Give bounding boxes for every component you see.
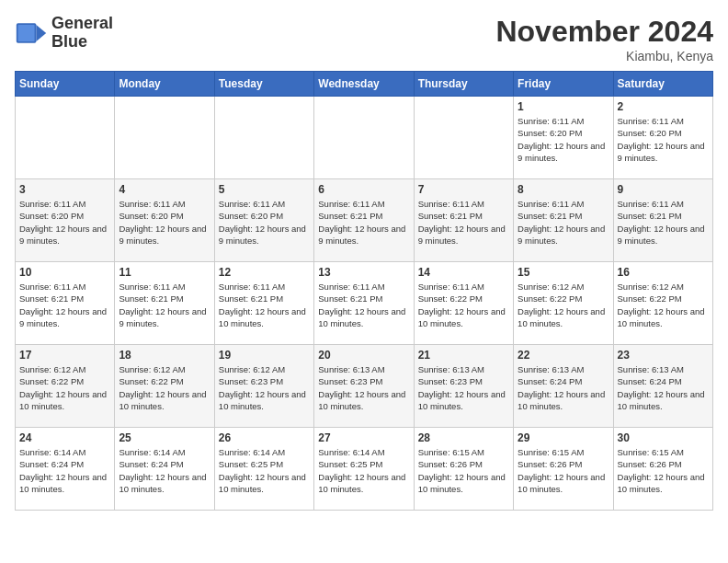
calendar-cell: 17Sunrise: 6:12 AM Sunset: 6:22 PM Dayli… (16, 345, 115, 428)
week-row-0: 1Sunrise: 6:11 AM Sunset: 6:20 PM Daylig… (16, 97, 713, 179)
logo-line1: General (51, 15, 113, 33)
calendar-cell: 24Sunrise: 6:14 AM Sunset: 6:24 PM Dayli… (16, 428, 115, 511)
day-info: Sunrise: 6:11 AM Sunset: 6:20 PM Dayligh… (518, 115, 609, 164)
calendar-cell: 23Sunrise: 6:13 AM Sunset: 6:24 PM Dayli… (613, 345, 712, 428)
calendar-cell: 28Sunrise: 6:15 AM Sunset: 6:26 PM Dayli… (414, 428, 513, 511)
day-info: Sunrise: 6:13 AM Sunset: 6:23 PM Dayligh… (418, 363, 509, 412)
week-row-3: 17Sunrise: 6:12 AM Sunset: 6:22 PM Dayli… (16, 345, 713, 428)
week-row-4: 24Sunrise: 6:14 AM Sunset: 6:24 PM Dayli… (16, 428, 713, 511)
day-number: 20 (318, 349, 409, 362)
logo-line2: Blue (51, 33, 113, 52)
calendar-cell: 9Sunrise: 6:11 AM Sunset: 6:21 PM Daylig… (613, 179, 712, 262)
day-info: Sunrise: 6:15 AM Sunset: 6:26 PM Dayligh… (618, 446, 709, 495)
calendar-cell (16, 97, 115, 179)
calendar-cell (414, 97, 513, 179)
day-number: 5 (219, 183, 310, 196)
day-info: Sunrise: 6:11 AM Sunset: 6:20 PM Dayligh… (618, 115, 709, 164)
day-info: Sunrise: 6:15 AM Sunset: 6:26 PM Dayligh… (518, 446, 609, 495)
day-number: 16 (618, 266, 709, 279)
calendar-cell: 22Sunrise: 6:13 AM Sunset: 6:24 PM Dayli… (514, 345, 613, 428)
weekday-header-thursday: Thursday (414, 72, 513, 97)
location: Kiambu, Kenya (495, 49, 713, 63)
calendar-cell: 25Sunrise: 6:14 AM Sunset: 6:24 PM Dayli… (115, 428, 214, 511)
calendar-cell: 4Sunrise: 6:11 AM Sunset: 6:20 PM Daylig… (115, 179, 214, 262)
calendar-cell: 3Sunrise: 6:11 AM Sunset: 6:20 PM Daylig… (16, 179, 115, 262)
calendar-cell: 29Sunrise: 6:15 AM Sunset: 6:26 PM Dayli… (514, 428, 613, 511)
calendar-cell: 21Sunrise: 6:13 AM Sunset: 6:23 PM Dayli… (414, 345, 513, 428)
calendar-cell: 15Sunrise: 6:12 AM Sunset: 6:22 PM Dayli… (514, 262, 613, 345)
day-number: 11 (119, 266, 210, 279)
calendar-cell: 5Sunrise: 6:11 AM Sunset: 6:20 PM Daylig… (214, 179, 313, 262)
day-number: 2 (618, 100, 709, 113)
day-number: 4 (119, 183, 210, 196)
day-info: Sunrise: 6:11 AM Sunset: 6:21 PM Dayligh… (518, 198, 609, 247)
day-info: Sunrise: 6:12 AM Sunset: 6:22 PM Dayligh… (518, 281, 609, 329)
day-number: 7 (418, 183, 509, 196)
day-number: 9 (618, 183, 709, 196)
logo-text: General Blue (51, 15, 113, 52)
weekday-header-tuesday: Tuesday (214, 72, 313, 97)
weekday-header-wednesday: Wednesday (314, 72, 414, 97)
calendar-cell: 10Sunrise: 6:11 AM Sunset: 6:21 PM Dayli… (16, 262, 115, 345)
day-number: 8 (518, 183, 609, 196)
day-number: 21 (418, 349, 509, 362)
calendar-cell: 2Sunrise: 6:11 AM Sunset: 6:20 PM Daylig… (613, 97, 712, 179)
day-number: 15 (518, 266, 609, 279)
day-number: 19 (219, 349, 310, 362)
day-info: Sunrise: 6:11 AM Sunset: 6:21 PM Dayligh… (318, 281, 409, 329)
calendar-cell: 6Sunrise: 6:11 AM Sunset: 6:21 PM Daylig… (314, 179, 414, 262)
calendar: SundayMondayTuesdayWednesdayThursdayFrid… (15, 71, 713, 511)
day-info: Sunrise: 6:12 AM Sunset: 6:22 PM Dayligh… (19, 363, 110, 412)
day-info: Sunrise: 6:14 AM Sunset: 6:24 PM Dayligh… (19, 446, 110, 495)
day-info: Sunrise: 6:12 AM Sunset: 6:22 PM Dayligh… (618, 281, 709, 329)
day-info: Sunrise: 6:11 AM Sunset: 6:21 PM Dayligh… (219, 281, 310, 329)
day-number: 27 (318, 431, 409, 444)
weekday-header-monday: Monday (115, 72, 214, 97)
calendar-cell (115, 97, 214, 179)
weekday-header-saturday: Saturday (613, 72, 712, 97)
calendar-cell: 13Sunrise: 6:11 AM Sunset: 6:21 PM Dayli… (314, 262, 414, 345)
day-info: Sunrise: 6:13 AM Sunset: 6:24 PM Dayligh… (618, 363, 709, 412)
calendar-cell: 20Sunrise: 6:13 AM Sunset: 6:23 PM Dayli… (314, 345, 414, 428)
day-info: Sunrise: 6:13 AM Sunset: 6:23 PM Dayligh… (318, 363, 409, 412)
calendar-cell: 30Sunrise: 6:15 AM Sunset: 6:26 PM Dayli… (613, 428, 712, 511)
day-info: Sunrise: 6:11 AM Sunset: 6:21 PM Dayligh… (318, 198, 409, 247)
day-info: Sunrise: 6:11 AM Sunset: 6:21 PM Dayligh… (19, 281, 110, 329)
calendar-cell: 19Sunrise: 6:12 AM Sunset: 6:23 PM Dayli… (214, 345, 313, 428)
calendar-cell: 12Sunrise: 6:11 AM Sunset: 6:21 PM Dayli… (214, 262, 313, 345)
day-number: 26 (219, 431, 310, 444)
day-info: Sunrise: 6:12 AM Sunset: 6:23 PM Dayligh… (219, 363, 310, 412)
calendar-cell (314, 97, 414, 179)
day-info: Sunrise: 6:11 AM Sunset: 6:21 PM Dayligh… (418, 198, 509, 247)
day-info: Sunrise: 6:11 AM Sunset: 6:20 PM Dayligh… (119, 198, 210, 247)
calendar-body: 1Sunrise: 6:11 AM Sunset: 6:20 PM Daylig… (16, 97, 713, 511)
calendar-cell: 7Sunrise: 6:11 AM Sunset: 6:21 PM Daylig… (414, 179, 513, 262)
weekday-header-row: SundayMondayTuesdayWednesdayThursdayFrid… (16, 72, 713, 97)
day-info: Sunrise: 6:11 AM Sunset: 6:21 PM Dayligh… (119, 281, 210, 329)
day-number: 29 (518, 431, 609, 444)
day-info: Sunrise: 6:11 AM Sunset: 6:20 PM Dayligh… (219, 198, 310, 247)
day-info: Sunrise: 6:11 AM Sunset: 6:20 PM Dayligh… (19, 198, 110, 247)
calendar-cell: 26Sunrise: 6:14 AM Sunset: 6:25 PM Dayli… (214, 428, 313, 511)
day-info: Sunrise: 6:11 AM Sunset: 6:22 PM Dayligh… (418, 281, 509, 329)
month-title: November 2024 (495, 15, 713, 49)
day-info: Sunrise: 6:14 AM Sunset: 6:24 PM Dayligh… (119, 446, 210, 495)
day-number: 10 (19, 266, 110, 279)
day-number: 14 (418, 266, 509, 279)
day-info: Sunrise: 6:12 AM Sunset: 6:22 PM Dayligh… (119, 363, 210, 412)
svg-marker-1 (36, 25, 46, 41)
header: General Blue November 2024 Kiambu, Kenya (15, 15, 713, 63)
weekday-header-sunday: Sunday (16, 72, 115, 97)
calendar-cell: 11Sunrise: 6:11 AM Sunset: 6:21 PM Dayli… (115, 262, 214, 345)
day-number: 18 (119, 349, 210, 362)
logo: General Blue (15, 15, 113, 52)
day-number: 3 (19, 183, 110, 196)
svg-rect-2 (18, 25, 35, 41)
day-number: 23 (618, 349, 709, 362)
calendar-cell: 27Sunrise: 6:14 AM Sunset: 6:25 PM Dayli… (314, 428, 414, 511)
calendar-cell: 1Sunrise: 6:11 AM Sunset: 6:20 PM Daylig… (514, 97, 613, 179)
logo-icon (15, 17, 48, 50)
weekday-header-friday: Friday (514, 72, 613, 97)
title-area: November 2024 Kiambu, Kenya (495, 15, 713, 63)
calendar-cell: 8Sunrise: 6:11 AM Sunset: 6:21 PM Daylig… (514, 179, 613, 262)
